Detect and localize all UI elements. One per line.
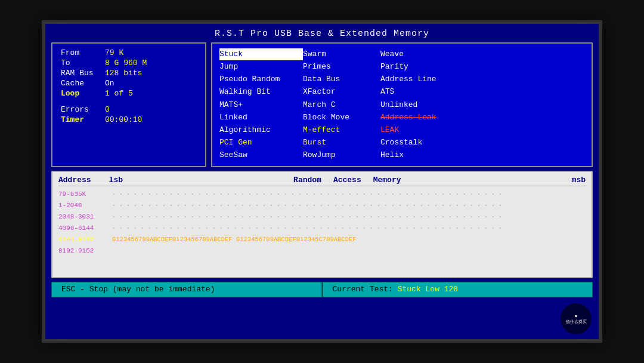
- test-stuck[interactable]: Stuck: [219, 48, 303, 60]
- to-value: 8 G 960 M: [105, 59, 147, 67]
- col-address: Address: [58, 176, 91, 184]
- test-data-bus[interactable]: Data Bus: [303, 73, 380, 85]
- current-test-value: Stuck Low 128: [398, 285, 458, 294]
- test-m-effect[interactable]: M-effect: [303, 124, 380, 136]
- errors-value: 0: [105, 105, 110, 114]
- test-pci-gen[interactable]: PCI Gen: [219, 137, 303, 149]
- test-pseudo-random[interactable]: Pseudo Random: [219, 73, 303, 85]
- col-memory: Memory: [373, 176, 401, 184]
- cache-label: Cache: [61, 79, 101, 88]
- cache-value: On: [105, 79, 114, 88]
- rambus-value: 128 bits: [105, 69, 142, 78]
- from-value: 79 K: [105, 48, 123, 57]
- timer-label: Timer: [61, 115, 101, 124]
- test-rowjump[interactable]: RowJump: [303, 149, 380, 161]
- mem-data-2: · · · · · · · · · · · · · · · · · · · · …: [112, 202, 502, 209]
- rambus-row: RAM Bus 128 bits: [61, 69, 197, 78]
- test-parity[interactable]: Parity: [380, 61, 458, 73]
- mem-row-2: 1-2048 · · · · · · · · · · · · · · · · ·…: [58, 200, 586, 211]
- test-crosstalk[interactable]: Crosstalk: [380, 137, 458, 149]
- mem-addr-4: 4096-6144: [58, 224, 112, 232]
- test-unlinked[interactable]: Unlinked: [380, 99, 458, 111]
- memory-header-center: Random Access Memory: [293, 176, 401, 184]
- test-primes[interactable]: Primes: [303, 61, 380, 73]
- test-weave[interactable]: Weave: [380, 48, 458, 60]
- app-title: R.S.T Pro USB Base & Extended Memory: [215, 29, 429, 39]
- status-left: ESC - Stop (may not be immediate): [51, 282, 322, 297]
- errors-row: Errors 0: [61, 105, 197, 114]
- watermark-icon: ❤: [575, 313, 578, 319]
- test-mats[interactable]: MATS+: [219, 99, 303, 111]
- main-panels: From 79 K To 8 G 960 M RAM Bus 128 bits …: [45, 42, 599, 167]
- mem-row-3: 2048-3031 · · · · · · · · · · · · · · · …: [58, 211, 586, 222]
- mem-row-6: 8192-9152: [58, 245, 586, 256]
- memory-header-left: Address lsb: [58, 176, 123, 184]
- status-right: Current Test: Stuck Low 128: [322, 282, 593, 297]
- memory-header: Address lsb Random Access Memory msb: [58, 176, 586, 186]
- test-walking-bit[interactable]: Walking Bit: [219, 86, 303, 98]
- test-jump[interactable]: Jump: [219, 61, 303, 73]
- timer-value: 00:00:10: [105, 115, 142, 124]
- from-label: From: [61, 48, 101, 57]
- test-panel: Stuck Swarm Weave Jump Primes Parity Pse…: [211, 42, 593, 167]
- to-row: To 8 G 960 M: [61, 59, 197, 67]
- test-seesaw[interactable]: SeeSaw: [219, 149, 303, 161]
- watermark-text: 值什么得买: [566, 319, 587, 324]
- loop-row: Loop 1 of 5: [61, 89, 197, 98]
- watermark: ❤ 值什么得买: [561, 303, 592, 334]
- mem-addr-1: 79-635K: [58, 190, 112, 198]
- loop-value: 1 of 5: [105, 89, 133, 98]
- loop-label: Loop: [61, 89, 101, 98]
- title-bar: R.S.T Pro USB Base & Extended Memory: [45, 24, 599, 42]
- mem-row-4: 4096-6144 · · · · · · · · · · · · · · · …: [58, 223, 586, 233]
- test-address-line[interactable]: Address Line: [380, 73, 458, 85]
- test-block-move[interactable]: Block Move: [303, 112, 380, 124]
- col-lsb: lsb: [109, 176, 123, 184]
- test-linked[interactable]: Linked: [219, 112, 303, 124]
- test-leak[interactable]: LEAK: [380, 124, 458, 136]
- mem-data-5: 0123456789ABCDEF0123456789ABCDEF 0123456…: [112, 236, 357, 243]
- mem-addr-5: 6144-8192: [58, 236, 112, 243]
- status-bar: ESC - Stop (may not be immediate) Curren…: [51, 282, 593, 297]
- info-panel: From 79 K To 8 G 960 M RAM Bus 128 bits …: [51, 42, 206, 167]
- current-test-label: Current Test:: [333, 285, 398, 294]
- cache-row: Cache On: [61, 79, 197, 88]
- mem-row-5: 6144-8192 0123456789ABCDEF0123456789ABCD…: [58, 234, 586, 245]
- test-ats[interactable]: ATS: [380, 86, 458, 98]
- mem-addr-3: 2048-3031: [58, 213, 112, 220]
- screen: R.S.T Pro USB Base & Extended Memory Fro…: [42, 20, 602, 343]
- test-swarm[interactable]: Swarm: [303, 48, 380, 60]
- test-algorithmic[interactable]: Algorithmic: [219, 124, 303, 136]
- test-burst[interactable]: Burst: [303, 137, 380, 149]
- memory-panel: Address lsb Random Access Memory msb 79-…: [51, 171, 593, 278]
- test-address-leak[interactable]: Address Leak: [380, 112, 458, 124]
- mem-data-3: · · · · · · · · · · · · · · · · · · · · …: [112, 214, 502, 220]
- mem-row-1: 79-635K · · · · · · · · · · · · · · · · …: [58, 189, 586, 199]
- test-grid: Stuck Swarm Weave Jump Primes Parity Pse…: [219, 48, 584, 161]
- col-access: Access: [333, 176, 361, 184]
- test-xfactor[interactable]: XFactor: [303, 86, 380, 98]
- to-label: To: [61, 59, 101, 67]
- mem-data-4: · · · · · · · · · · · · · · · · · · · · …: [112, 225, 502, 232]
- timer-row: Timer 00:00:10: [61, 115, 197, 124]
- errors-label: Errors: [61, 105, 101, 114]
- col-random: Random: [293, 176, 321, 184]
- rambus-label: RAM Bus: [61, 69, 101, 78]
- esc-stop-text: ESC - Stop (may not be immediate): [61, 285, 215, 294]
- mem-addr-6: 8192-9152: [58, 247, 112, 254]
- from-row: From 79 K: [61, 48, 197, 57]
- col-msb: msb: [572, 176, 586, 184]
- mem-data-1: · · · · · · · · · · · · · · · · · · · · …: [112, 191, 502, 198]
- test-march-c[interactable]: March C: [303, 99, 380, 111]
- mem-addr-2: 1-2048: [58, 202, 112, 209]
- test-helix[interactable]: Helix: [380, 149, 458, 161]
